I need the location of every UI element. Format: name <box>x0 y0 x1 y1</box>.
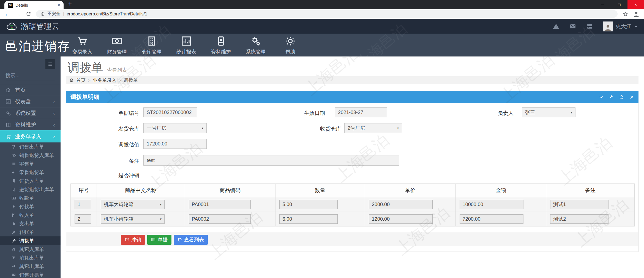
sidebar-item-biz-entry[interactable]: 业务单录入 ‹ <box>0 130 61 142</box>
server-icon[interactable] <box>586 23 593 30</box>
main-content: 上海邑泊 上海邑泊 上海邑泊 上海邑泊 上海邑泊 上海邑泊 上海邑泊 上海邑泊 … <box>61 56 644 278</box>
collapse-chevron-icon[interactable] <box>599 95 604 99</box>
from-warehouse-select[interactable]: 一号厂房▾ <box>143 123 207 133</box>
window-maximize-button[interactable]: □ <box>611 0 627 9</box>
alerts-icon[interactable] <box>553 23 560 30</box>
submenu-consume-outbound[interactable]: 消耗出库单 <box>0 253 61 262</box>
submenu-sales-outbound[interactable]: 销售出库单 <box>0 142 61 151</box>
info-icon[interactable] <box>40 12 45 16</box>
nav-item-transactions[interactable]: 交易录入 <box>69 36 95 55</box>
view-list-button[interactable]: 查看列表 <box>174 235 208 245</box>
sidebar-toggle-button[interactable] <box>45 59 55 69</box>
tab-close-icon[interactable]: × <box>58 3 60 7</box>
sidebar-item-masterdata[interactable]: 资料维护 ‹ <box>0 119 61 130</box>
undo-icon <box>178 237 182 242</box>
line-remark-field[interactable]: 测试1 <box>550 200 608 209</box>
amount-field[interactable]: 7200.00 <box>460 214 523 224</box>
url-separator: | <box>63 12 64 16</box>
submenu-purchase-return-outbound[interactable]: 进货退货出库单 <box>0 185 61 194</box>
submenu-retail-return[interactable]: 零售退货单 <box>0 168 61 177</box>
sidebar-search <box>6 71 55 80</box>
flag-icon <box>12 213 16 217</box>
browser-tab-strip: M Details × + ─ □ × <box>0 0 644 9</box>
reverse-button[interactable]: 冲销 <box>121 235 145 245</box>
filter-icon <box>12 256 16 260</box>
browser-tab[interactable]: M Details × <box>4 1 64 9</box>
reverse-flag-checkbox[interactable] <box>144 170 149 175</box>
submenu-sales-invoice[interactable]: 销售开票单 <box>0 271 61 278</box>
submenu-transfer-account[interactable]: 转账单 <box>0 228 61 236</box>
window-minimize-button[interactable]: ─ <box>594 0 611 9</box>
envelope-icon <box>12 273 16 277</box>
submenu-sales-return-inbound[interactable]: 销售退货入库单 <box>0 151 61 160</box>
remark-field[interactable]: test <box>143 155 399 166</box>
sidebar-item-home[interactable]: 首页 <box>0 84 61 96</box>
unit-price-field[interactable]: 1200.00 <box>369 214 433 224</box>
address-input[interactable]: 不安全 | erpdoc.epoerp.cn/Biz/StoreTran/Det… <box>36 10 618 18</box>
product-code-field[interactable]: PA0002 <box>189 214 251 224</box>
bookmark-star-icon[interactable] <box>623 11 628 17</box>
unit-price-field[interactable]: 2000.00 <box>369 200 433 209</box>
doc-no-field[interactable]: ST20210327000002 <box>143 107 197 117</box>
close-icon[interactable] <box>629 95 634 99</box>
user-menu[interactable]: 史大江 <box>603 21 638 31</box>
wrench-icon[interactable] <box>609 95 614 99</box>
remark-label: 备注 <box>73 158 139 165</box>
breadcrumb-biz-entry[interactable]: 业务单录入 <box>93 77 116 83</box>
to-warehouse-label: 收货仓库 <box>275 125 341 133</box>
window-controls: ─ □ × <box>594 0 644 9</box>
forward-icon[interactable]: → <box>15 11 21 17</box>
seq-field[interactable]: 1 <box>75 200 91 209</box>
submenu-income[interactable]: 收入单 <box>0 211 61 219</box>
nav-item-masterdata[interactable]: 资料维护 <box>208 36 234 55</box>
product-name-select[interactable]: 机车小齿轮箱▾ <box>101 214 165 224</box>
line-remark-field[interactable]: 测试2 <box>550 214 608 224</box>
nav-item-warehouse[interactable]: 仓库管理 <box>139 36 165 55</box>
submenu-other-inbound[interactable]: 其它入库单 <box>0 245 61 253</box>
bookmark-icon <box>12 179 16 183</box>
nav-item-finance[interactable]: 财务管理 <box>104 36 130 55</box>
effective-date-field[interactable]: 2021-03-27 <box>335 107 387 117</box>
submenu-other-outbound[interactable]: 其它出库单 <box>0 262 61 271</box>
product-name-select[interactable]: 机车大齿轮箱▾ <box>101 200 165 209</box>
to-warehouse-select[interactable]: 2号厂房▾ <box>344 123 402 133</box>
drop-icon <box>12 222 16 226</box>
reload-icon[interactable] <box>26 11 31 17</box>
owner-select[interactable]: 张三▾ <box>522 107 575 117</box>
banknote-icon <box>111 36 122 47</box>
breadcrumb-current: 调拨单 <box>124 77 138 83</box>
nav-item-help[interactable]: 帮助 <box>277 36 303 55</box>
quantity-field[interactable]: 5.00 <box>279 200 338 209</box>
amount-field[interactable]: 10000.00 <box>460 200 523 209</box>
breadcrumb-home[interactable]: 首页 <box>76 77 86 83</box>
form-actions: 冲销 单据 查看列表 <box>66 233 638 246</box>
browser-profile-icon[interactable] <box>633 11 640 17</box>
search-input[interactable] <box>6 73 69 79</box>
sidebar-item-dashboard[interactable]: 仪表盘 ‹ <box>0 96 61 107</box>
document-button[interactable]: 单据 <box>147 235 171 245</box>
quantity-field[interactable]: 6.00 <box>279 214 338 224</box>
caret-down-icon: ▾ <box>397 126 399 130</box>
nav-item-reports[interactable]: 统计报表 <box>173 36 199 55</box>
mail-icon[interactable] <box>569 23 576 30</box>
product-code-field[interactable]: PA0001 <box>189 200 251 209</box>
seq-field[interactable]: 2 <box>75 214 91 224</box>
submenu-stock-transfer[interactable]: 调拨单 <box>0 236 61 245</box>
submenu-retail-order[interactable]: 零售单 <box>0 160 61 168</box>
submenu-receipt[interactable]: 收款单 <box>0 194 61 202</box>
nav-item-system[interactable]: 系统管理 <box>243 36 269 55</box>
refresh-icon[interactable] <box>619 95 624 99</box>
sidebar-item-settings[interactable]: 系统设置 ‹ <box>0 107 61 119</box>
window-close-button[interactable]: × <box>627 0 644 9</box>
new-tab-button[interactable]: + <box>68 0 72 8</box>
cloud-brand: 瀚琚管理云 <box>21 21 59 31</box>
line-items-table: 序号 商品中文名称 商品编码 数量 单价 金额 备注 1 机车大齿轮箱▾ PA0… <box>70 183 635 226</box>
submenu-purchase-inbound[interactable]: 进货入库单 <box>0 177 61 185</box>
trophy-icon <box>12 145 16 149</box>
valuation-field[interactable]: 17200.00 <box>143 139 207 149</box>
book-icon <box>6 122 11 128</box>
back-icon[interactable]: ← <box>4 11 10 17</box>
home-icon <box>69 78 74 82</box>
submenu-payment[interactable]: 付款单 <box>0 202 61 211</box>
submenu-expense[interactable]: 支出单 <box>0 219 61 228</box>
